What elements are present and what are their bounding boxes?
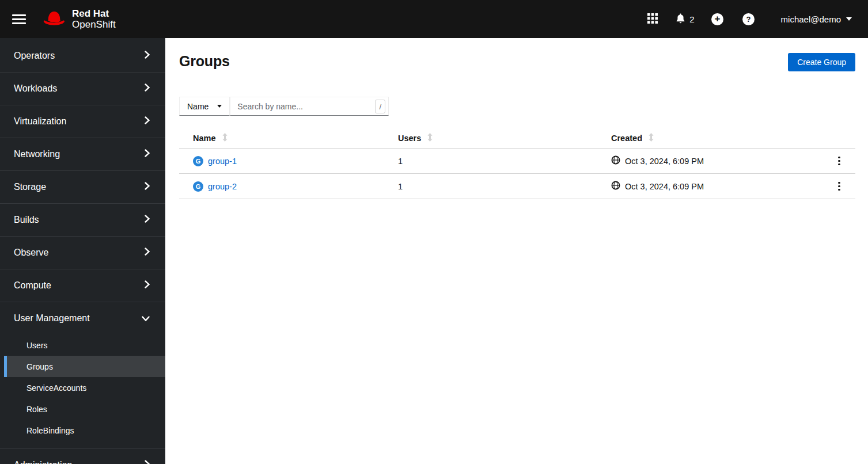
brand-line2: OpenShift xyxy=(72,19,116,30)
search-input[interactable] xyxy=(230,97,388,115)
actions-cell xyxy=(823,152,855,170)
search-shortcut-hint: / xyxy=(375,100,385,113)
page-title: Groups xyxy=(179,53,230,70)
hamburger-icon xyxy=(12,14,26,16)
sidebar-item-roles[interactable]: Roles xyxy=(4,398,165,420)
masthead: Red Hat OpenShift 2 + xyxy=(0,0,868,38)
chevron-right-icon xyxy=(145,116,150,127)
notification-count: 2 xyxy=(689,14,694,24)
help-button[interactable]: ? xyxy=(737,7,760,31)
created-cell: Oct 3, 2024, 6:09 PM xyxy=(611,155,823,166)
column-header-name[interactable]: Name xyxy=(179,133,398,143)
brand-text: Red Hat OpenShift xyxy=(72,8,116,30)
created-timestamp: Oct 3, 2024, 6:09 PM xyxy=(625,157,704,166)
sidebar-group-user-management: User Management Users Groups ServiceAcco… xyxy=(0,302,165,449)
sort-icon xyxy=(427,133,433,143)
sort-icon xyxy=(222,133,228,143)
filter-type-dropdown[interactable]: Name xyxy=(179,97,230,116)
sidebar-item-label: Networking xyxy=(14,149,60,159)
sidebar-item-label: Users xyxy=(26,341,48,350)
sidebar-item-users[interactable]: Users xyxy=(4,334,165,356)
sidebar-item-label: Operators xyxy=(14,51,55,61)
chevron-right-icon xyxy=(145,460,150,464)
group-link[interactable]: group-1 xyxy=(208,157,237,166)
sidebar-item-label: Administration xyxy=(14,460,72,464)
table-row: G group-1 1 Oct 3, 2024, 6:09 PM xyxy=(179,149,855,174)
chevron-right-icon xyxy=(145,51,150,61)
sidebar-item-user-management[interactable]: User Management xyxy=(0,302,165,334)
question-circle-icon: ? xyxy=(742,13,755,25)
sidebar-item-administration[interactable]: Administration xyxy=(0,449,165,464)
search-box: / xyxy=(230,97,389,116)
kebab-menu-button[interactable] xyxy=(832,177,846,196)
sidebar-nav: Operators Workloads Virtualization Netwo… xyxy=(0,38,165,464)
filter-toolbar: Name / xyxy=(179,97,868,116)
sidebar-item-groups[interactable]: Groups xyxy=(4,356,165,377)
globe-icon xyxy=(611,181,620,192)
sidebar-item-observe[interactable]: Observe xyxy=(0,237,165,269)
brand-logo[interactable]: Red Hat OpenShift xyxy=(41,8,116,30)
user-menu-label: michael@demo xyxy=(781,14,841,24)
caret-down-icon xyxy=(846,17,852,21)
chevron-right-icon xyxy=(145,280,150,291)
kebab-menu-button[interactable] xyxy=(832,152,846,170)
sidebar-item-label: Groups xyxy=(26,362,53,371)
import-button[interactable]: + xyxy=(706,7,729,31)
sidebar-item-label: Compute xyxy=(14,280,51,291)
sidebar-item-builds[interactable]: Builds xyxy=(0,204,165,236)
sidebar-item-label: Workloads xyxy=(14,83,57,94)
users-cell: 1 xyxy=(398,182,611,191)
group-resource-badge: G xyxy=(193,156,203,166)
created-cell: Oct 3, 2024, 6:09 PM xyxy=(611,181,823,192)
chevron-right-icon xyxy=(145,149,150,159)
brand-line1: Red Hat xyxy=(72,8,116,19)
caret-down-icon xyxy=(217,105,222,108)
users-cell: 1 xyxy=(398,157,611,166)
sidebar-item-label: Virtualization xyxy=(14,116,66,127)
name-cell: G group-1 xyxy=(179,156,398,166)
page-header: Groups Create Group xyxy=(165,38,868,71)
chevron-right-icon xyxy=(145,182,150,192)
user-management-subnav: Users Groups ServiceAccounts Roles RoleB… xyxy=(0,334,165,448)
redhat-fedora-icon xyxy=(41,9,67,29)
sidebar-item-operators[interactable]: Operators xyxy=(0,40,165,72)
plus-circle-icon: + xyxy=(711,13,723,25)
column-header-created[interactable]: Created xyxy=(611,133,823,143)
sidebar-item-label: RoleBindings xyxy=(26,426,74,435)
chevron-right-icon xyxy=(145,83,150,94)
sidebar-item-label: ServiceAccounts xyxy=(26,383,86,393)
sort-icon xyxy=(649,133,654,143)
sidebar-item-networking[interactable]: Networking xyxy=(0,138,165,170)
actions-cell xyxy=(823,177,855,196)
sidebar-item-workloads[interactable]: Workloads xyxy=(0,73,165,105)
column-header-users[interactable]: Users xyxy=(398,133,611,143)
sidebar-item-label: Storage xyxy=(14,182,46,192)
groups-table: Name Users Created G group-1 1 xyxy=(179,128,855,199)
sidebar-item-label: Observe xyxy=(14,248,48,258)
chevron-right-icon xyxy=(145,215,150,225)
sidebar-item-compute[interactable]: Compute xyxy=(0,269,165,302)
filter-type-label: Name xyxy=(187,102,209,111)
sidebar-item-label: Roles xyxy=(26,405,47,414)
notifications-button[interactable]: 2 xyxy=(672,7,698,31)
bell-icon xyxy=(676,13,685,25)
create-group-button[interactable]: Create Group xyxy=(788,53,855,71)
app-launcher-button[interactable] xyxy=(641,7,664,31)
sidebar-item-storage[interactable]: Storage xyxy=(0,171,165,203)
main-content: Groups Create Group Name / Name Users Cr… xyxy=(165,38,868,464)
sidebar-item-label: User Management xyxy=(14,313,90,324)
sidebar-item-serviceaccounts[interactable]: ServiceAccounts xyxy=(4,377,165,398)
globe-icon xyxy=(611,155,620,166)
chevron-down-icon xyxy=(142,313,150,324)
name-cell: G group-2 xyxy=(179,181,398,192)
group-link[interactable]: group-2 xyxy=(208,182,237,191)
nav-toggle-button[interactable] xyxy=(7,7,31,31)
sidebar-item-virtualization[interactable]: Virtualization xyxy=(0,105,165,138)
table-header-row: Name Users Created xyxy=(179,128,855,149)
table-row: G group-2 1 Oct 3, 2024, 6:09 PM xyxy=(179,174,855,199)
masthead-toolbar: 2 + ? michael@demo xyxy=(633,7,855,31)
grid-icon xyxy=(647,13,658,25)
sidebar-item-rolebindings[interactable]: RoleBindings xyxy=(4,420,165,441)
user-menu-button[interactable]: michael@demo xyxy=(778,14,855,25)
chevron-right-icon xyxy=(145,248,150,258)
